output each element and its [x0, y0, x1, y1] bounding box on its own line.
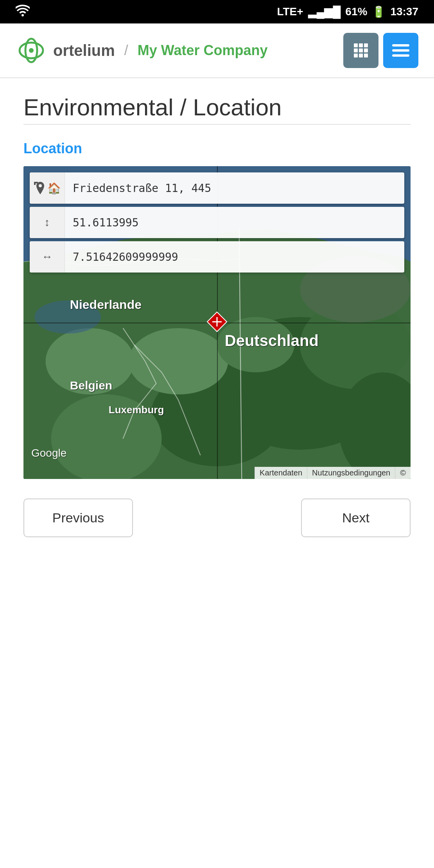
nutzungsbedingungen-link[interactable]: Nutzungsbedingungen — [307, 467, 395, 479]
address-value[interactable]: Friedenstraße 11, 445 — [65, 172, 404, 204]
time-label: 13:37 — [390, 5, 418, 18]
charging-icon: 🔋 — [372, 5, 386, 18]
map-footer-links: Kartendaten Nutzungsbedingungen © — [255, 467, 411, 479]
next-button[interactable]: Next — [301, 499, 411, 537]
label-deutschland: Deutschland — [225, 332, 319, 350]
logo-area: ortelium / My Water Company — [16, 35, 268, 66]
menu-button[interactable] — [383, 33, 418, 68]
status-bar: LTE+ ▂▄▆█ 61% 🔋 13:37 — [0, 0, 434, 23]
nav-buttons: Previous Next — [23, 499, 411, 537]
page-content: Environmental / Location Location — [0, 78, 434, 553]
status-right: LTE+ ▂▄▆█ 61% 🔋 13:37 — [277, 5, 418, 18]
logo-text: ortelium — [53, 42, 115, 59]
app-header: ortelium / My Water Company — [0, 23, 434, 78]
section-title: Location — [23, 140, 411, 157]
title-divider — [23, 124, 411, 125]
lat-value[interactable]: 51.6113995 — [65, 207, 404, 238]
lng-icon: ↔ — [30, 241, 65, 273]
kartendaten-link[interactable]: Kartendaten — [255, 467, 307, 479]
map-flag: © — [395, 467, 411, 479]
svg-rect-8 — [364, 48, 368, 52]
network-label: LTE+ — [277, 5, 303, 18]
grid-button[interactable] — [343, 33, 378, 68]
header-buttons — [343, 33, 418, 68]
battery-label: 61% — [345, 5, 367, 18]
svg-point-22 — [129, 328, 228, 395]
lng-value[interactable]: 7.51642609999999 — [65, 241, 404, 273]
svg-rect-3 — [354, 43, 358, 47]
svg-rect-5 — [364, 43, 368, 47]
svg-rect-10 — [359, 54, 363, 57]
svg-rect-7 — [359, 48, 363, 52]
lat-icon: ↕ — [30, 207, 65, 238]
svg-rect-14 — [392, 54, 409, 57]
previous-button[interactable]: Previous — [23, 499, 133, 537]
status-left — [16, 5, 30, 19]
google-watermark: Google — [31, 447, 66, 459]
page-title: Environmental / Location — [23, 94, 411, 121]
svg-rect-12 — [392, 44, 409, 47]
svg-rect-6 — [354, 48, 358, 52]
svg-rect-13 — [392, 49, 409, 52]
label-luxemburg: Luxemburg — [109, 404, 164, 416]
map-inputs: 🏠 Friedenstraße 11, 445 ↕ 51.6113995 ↔ 7… — [30, 172, 404, 273]
svg-rect-9 — [354, 54, 358, 57]
svg-point-2 — [29, 48, 34, 53]
map-container[interactable]: Niederlande Deutschland Belgien Luxembur… — [23, 166, 411, 479]
label-belgien: Belgien — [70, 379, 112, 392]
label-niederlande: Niederlande — [70, 298, 142, 312]
lng-input-row: ↔ 7.51642609999999 — [30, 241, 404, 273]
map-marker — [205, 310, 229, 335]
company-name: My Water Company — [138, 42, 268, 59]
svg-rect-11 — [364, 54, 368, 57]
grid-icon — [353, 43, 369, 58]
signal-bars: ▂▄▆█ — [308, 5, 341, 18]
logo-divider: / — [124, 42, 128, 59]
lat-input-row: ↕ 51.6113995 — [30, 207, 404, 238]
menu-icon — [392, 43, 409, 57]
address-icon: 🏠 — [30, 172, 65, 204]
ortelium-logo — [16, 35, 47, 66]
address-input-row: 🏠 Friedenstraße 11, 445 — [30, 172, 404, 204]
location-section: Location — [23, 140, 411, 537]
wifi-icon — [16, 5, 30, 19]
svg-rect-4 — [359, 43, 363, 47]
